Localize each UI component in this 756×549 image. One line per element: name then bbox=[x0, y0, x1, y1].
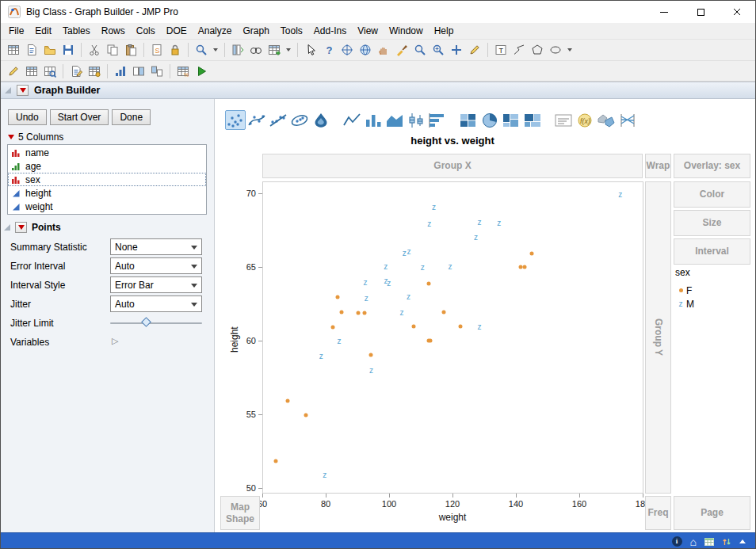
script-icon[interactable]: S bbox=[148, 41, 166, 59]
table-magnifier-icon[interactable] bbox=[41, 63, 59, 80]
data-point-m[interactable]: z bbox=[477, 219, 481, 227]
data-table-icon[interactable] bbox=[704, 538, 714, 546]
element-caption-box[interactable] bbox=[553, 110, 574, 130]
menu-item-edit[interactable]: Edit bbox=[29, 24, 57, 38]
drop-zone-color[interactable]: Color bbox=[674, 181, 750, 208]
data-point-f[interactable] bbox=[274, 459, 278, 463]
element-formula[interactable]: f(x) bbox=[575, 110, 595, 130]
brush-tool-icon[interactable] bbox=[393, 41, 410, 59]
data-point-f[interactable] bbox=[369, 353, 373, 357]
data-point-f[interactable] bbox=[330, 326, 334, 330]
zoom-in-tool-icon[interactable] bbox=[430, 41, 447, 59]
save-icon[interactable] bbox=[59, 41, 77, 59]
element-pie[interactable] bbox=[479, 110, 500, 130]
menu-item-cols[interactable]: Cols bbox=[131, 24, 161, 38]
drop-zone-overlay[interactable]: Overlay: sex bbox=[674, 154, 750, 178]
segment-tool-icon[interactable] bbox=[510, 41, 528, 59]
data-point-m[interactable]: z bbox=[449, 263, 452, 271]
search-icon[interactable] bbox=[193, 41, 210, 59]
help-tool-icon[interactable]: ? bbox=[320, 41, 338, 59]
menu-item-add-ins[interactable]: Add-Ins bbox=[308, 24, 352, 38]
drop-zone-map-shape[interactable]: Map Shape bbox=[220, 496, 260, 530]
data-point-m[interactable]: z bbox=[474, 234, 478, 242]
compare-tables-icon[interactable] bbox=[130, 63, 147, 80]
element-area[interactable] bbox=[384, 110, 405, 130]
binoculars-icon[interactable] bbox=[247, 41, 265, 59]
expand-caret-icon[interactable] bbox=[739, 539, 746, 543]
done-button[interactable]: Done bbox=[112, 109, 151, 125]
table-star-icon[interactable] bbox=[86, 63, 103, 80]
undo-button[interactable]: Undo bbox=[8, 109, 47, 125]
drop-zone-wrap[interactable]: Wrap bbox=[645, 154, 671, 178]
menu-item-analyze[interactable]: Analyze bbox=[193, 24, 238, 38]
sort-columns-icon[interactable] bbox=[112, 63, 129, 80]
data-point-m[interactable]: z bbox=[387, 280, 391, 288]
oval-tool-icon[interactable] bbox=[547, 41, 564, 59]
element-ellipse[interactable] bbox=[289, 110, 310, 130]
drop-zone-group-x[interactable]: Group X bbox=[262, 154, 643, 178]
dropdown-caret-icon[interactable] bbox=[567, 48, 572, 51]
menu-item-window[interactable]: Window bbox=[384, 24, 429, 38]
jitter-dropdown[interactable]: Auto bbox=[110, 295, 202, 312]
element-smoother[interactable] bbox=[246, 110, 267, 130]
run-script-icon[interactable] bbox=[193, 63, 210, 80]
journal-pencil-icon[interactable] bbox=[67, 63, 85, 80]
crosshair-tool-icon[interactable] bbox=[338, 41, 356, 59]
data-point-m[interactable]: z bbox=[363, 278, 367, 286]
pencil-tool-icon[interactable] bbox=[466, 41, 483, 59]
cut-icon[interactable] bbox=[86, 41, 103, 59]
lock-icon[interactable] bbox=[166, 41, 184, 59]
data-point-f[interactable] bbox=[285, 398, 289, 402]
element-points[interactable] bbox=[225, 110, 246, 130]
data-point-m[interactable]: z bbox=[477, 323, 481, 331]
data-point-m[interactable]: z bbox=[421, 264, 425, 272]
dropdown-caret-icon[interactable] bbox=[213, 48, 218, 51]
text-tool-icon[interactable]: T bbox=[492, 41, 510, 59]
menu-item-tools[interactable]: Tools bbox=[275, 24, 308, 38]
data-point-m[interactable]: z bbox=[338, 337, 342, 345]
paste-icon[interactable] bbox=[122, 41, 139, 59]
element-line-of-fit[interactable] bbox=[268, 110, 288, 130]
element-heatmap[interactable] bbox=[458, 110, 479, 130]
new-journal-icon[interactable] bbox=[23, 41, 40, 59]
data-point-f[interactable] bbox=[304, 414, 308, 417]
element-line[interactable] bbox=[342, 110, 362, 130]
element-treemap[interactable] bbox=[522, 110, 543, 130]
close-button[interactable] bbox=[719, 1, 755, 23]
data-point-m[interactable]: z bbox=[365, 294, 368, 302]
slider-thumb[interactable] bbox=[142, 317, 152, 327]
home-window-icon[interactable]: ⌂ bbox=[690, 536, 697, 547]
interval-style-dropdown[interactable]: Error Bar bbox=[110, 276, 202, 293]
join-tables-icon[interactable] bbox=[148, 63, 166, 80]
column-item-age[interactable]: age bbox=[8, 159, 206, 173]
data-point-m[interactable]: z bbox=[403, 250, 407, 257]
drop-zone-size[interactable]: Size bbox=[674, 210, 750, 236]
element-bar[interactable] bbox=[363, 110, 384, 130]
table-summary-icon[interactable]: % bbox=[174, 63, 192, 80]
info-icon[interactable]: i bbox=[672, 536, 682, 547]
open-icon[interactable] bbox=[41, 41, 59, 59]
menu-item-file[interactable]: File bbox=[3, 24, 29, 38]
data-point-m[interactable]: z bbox=[369, 367, 373, 375]
data-point-f[interactable] bbox=[411, 324, 415, 328]
element-box-plot[interactable] bbox=[406, 110, 426, 130]
red-triangle-menu-button[interactable] bbox=[17, 85, 29, 96]
element-histogram[interactable] bbox=[427, 110, 448, 130]
disclosure-triangle-icon[interactable]: ▷ bbox=[112, 336, 118, 346]
data-point-m[interactable]: z bbox=[618, 190, 622, 198]
data-point-m[interactable]: z bbox=[407, 248, 411, 256]
error-interval-dropdown[interactable]: Auto bbox=[110, 257, 202, 274]
element-parallel[interactable] bbox=[617, 110, 638, 130]
data-point-f[interactable] bbox=[522, 265, 526, 269]
columns-red-triangle-icon[interactable] bbox=[8, 135, 14, 139]
column-item-weight[interactable]: weight bbox=[8, 200, 206, 213]
plus-tool-icon[interactable] bbox=[448, 41, 465, 59]
start-over-button[interactable]: Start Over bbox=[50, 109, 109, 125]
element-contour[interactable] bbox=[311, 110, 331, 130]
data-point-f[interactable] bbox=[336, 295, 340, 299]
plot-area[interactable]: zzzzzzzzzzzzzzzzzzzzzz bbox=[262, 181, 643, 494]
column-switcher-icon[interactable] bbox=[229, 41, 246, 59]
element-mosaic[interactable] bbox=[501, 110, 521, 130]
points-collapse-triangle-icon[interactable] bbox=[4, 224, 10, 231]
data-point-f[interactable] bbox=[357, 311, 361, 315]
